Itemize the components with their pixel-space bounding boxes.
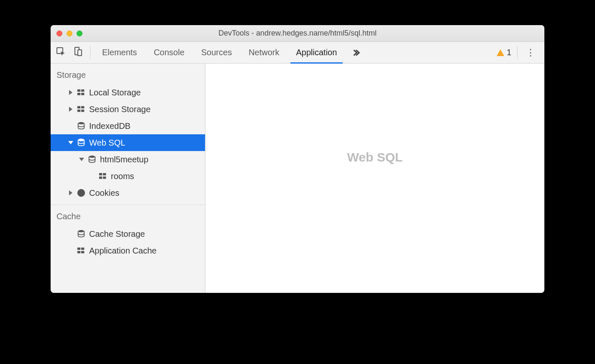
svg-rect-8 [81,106,84,108]
tab-sources[interactable]: Sources [193,42,240,63]
svg-rect-14 [99,173,102,176]
maximize-window-button[interactable] [77,31,82,36]
application-main-pane: Web SQL [205,64,544,293]
svg-point-21 [82,193,83,194]
database-icon [87,155,97,164]
svg-point-13 [89,156,95,158]
svg-rect-26 [77,251,80,254]
device-toggle-icon[interactable] [73,46,83,59]
sidebar-item-local-storage[interactable]: Local Storage [51,84,205,101]
svg-rect-25 [81,248,84,250]
toolbar-right: 1 ⋮ [492,46,539,59]
svg-rect-15 [103,173,106,176]
sidebar-item-label: Local Storage [89,88,141,97]
application-sidebar: StorageLocal StorageSession StorageIndex… [51,64,205,293]
sidebar-item-session-storage[interactable]: Session Storage [51,101,205,118]
chevron-right-icon[interactable] [68,190,73,195]
storage-grid-icon [77,88,86,97]
svg-rect-24 [77,248,80,250]
warning-icon [497,49,504,56]
tabs-overflow-button[interactable] [345,42,366,63]
sidebar-item-label: html5meetup [100,155,149,164]
chevron-spacer [68,123,73,128]
traffic-lights [51,31,82,36]
devtools-toolbar: Elements Console Sources Network Applica… [51,42,544,64]
cookie-icon [77,188,86,197]
toolbar-left-icons [56,46,90,59]
inspect-element-icon[interactable] [56,46,66,59]
minimize-window-button[interactable] [67,31,72,36]
sidebar-item-label: rooms [111,172,134,181]
sidebar-item-cookies[interactable]: Cookies [51,185,205,201]
sidebar-item-label: IndexedDB [89,121,131,131]
settings-menu-button[interactable]: ⋮ [522,47,539,58]
chevron-down-icon[interactable] [68,140,73,145]
svg-point-12 [78,139,85,141]
sidebar-item-label: Session Storage [89,105,151,114]
sidebar-item-label: Application Cache [89,246,156,256]
chevron-spacer [90,174,95,179]
tab-application[interactable]: Application [288,42,346,63]
sidebar-item-web-sql[interactable]: Web SQL [51,134,205,151]
chevron-spacer [68,231,73,236]
window-titlebar: DevTools - andrew.hedges.name/html5/sql.… [51,25,544,42]
devtools-body: StorageLocal StorageSession StorageIndex… [51,64,544,293]
storage-grid-icon [77,105,86,114]
sidebar-item-rooms[interactable]: rooms [51,168,205,185]
chevron-spacer [68,248,73,253]
svg-point-19 [80,191,80,192]
close-window-button[interactable] [56,31,62,36]
sidebar-item-cache-storage[interactable]: Cache Storage [51,226,205,242]
sidebar-item-indexeddb[interactable]: IndexedDB [51,118,205,134]
svg-point-18 [78,190,85,197]
svg-rect-3 [77,90,80,92]
svg-point-22 [80,194,80,195]
svg-point-11 [78,122,85,125]
window-title: DevTools - andrew.hedges.name/html5/sql.… [51,29,544,38]
svg-rect-5 [77,93,80,95]
svg-rect-7 [77,106,80,108]
sidebar-section: StorageLocal StorageSession StorageIndex… [51,64,205,205]
svg-rect-6 [81,93,84,95]
tab-network[interactable]: Network [240,42,287,63]
sidebar-item-label: Cookies [89,188,119,198]
panel-tabs: Elements Console Sources Network Applica… [94,42,492,63]
svg-point-23 [78,230,85,233]
chevron-right-icon[interactable] [68,107,73,112]
sidebar-section: CacheCache StorageApplication Cache [51,205,205,262]
sidebar-item-label: Cache Storage [89,229,145,239]
chevron-down-icon[interactable] [79,157,84,162]
sidebar-item-application-cache[interactable]: Application Cache [51,242,205,259]
tab-console[interactable]: Console [145,42,192,63]
devtools-window: DevTools - andrew.hedges.name/html5/sql.… [51,25,544,293]
svg-rect-27 [81,251,84,254]
svg-rect-16 [99,177,102,179]
storage-grid-icon [98,172,108,181]
chevron-right-icon[interactable] [68,90,73,95]
svg-point-20 [82,191,82,192]
tab-elements[interactable]: Elements [94,42,145,63]
sidebar-section-title: Storage [51,64,205,84]
warnings-count: 1 [507,48,511,57]
svg-rect-2 [78,50,82,56]
database-icon [77,121,86,131]
database-icon [77,138,86,147]
svg-rect-10 [81,110,84,112]
database-icon [77,229,86,238]
sidebar-item-html5meetup[interactable]: html5meetup [51,151,205,168]
svg-rect-17 [103,177,106,179]
storage-grid-icon [77,246,86,255]
svg-rect-9 [77,110,80,112]
warnings-indicator[interactable]: 1 [497,46,518,59]
sidebar-section-title: Cache [51,205,205,226]
sidebar-item-label: Web SQL [89,138,125,148]
svg-rect-4 [81,90,84,92]
main-placeholder-text: Web SQL [347,150,403,164]
